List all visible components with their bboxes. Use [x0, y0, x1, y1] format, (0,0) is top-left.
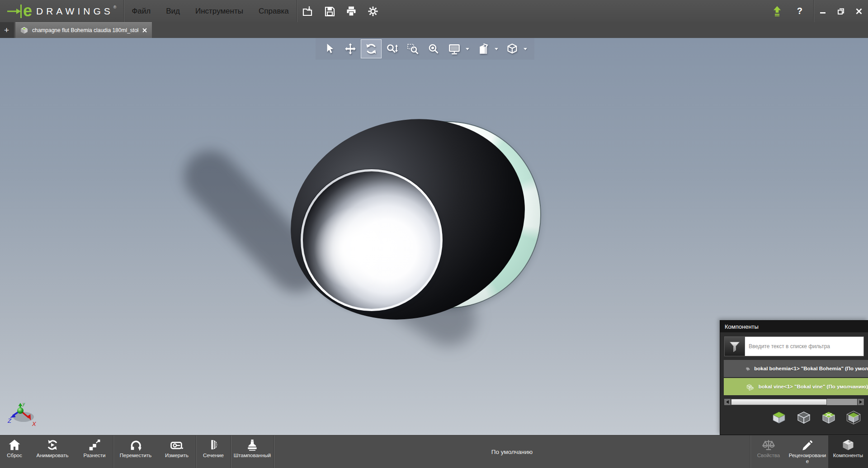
components-horizontal-scrollbar — [724, 398, 864, 406]
reset-button[interactable]: Сброс — [0, 435, 29, 468]
configuration-status: По умолчанию — [274, 435, 750, 468]
tool-zoom-to-area[interactable] — [402, 39, 423, 58]
tool-pan[interactable] — [340, 39, 361, 58]
component-label: bokal bohemia<1> "Bokal Bohemia" (По умо… — [754, 366, 868, 371]
zoom-in-out-icon — [386, 43, 398, 55]
use-default-display-button[interactable] — [846, 410, 861, 425]
measure-button[interactable]: Измерить — [158, 435, 196, 468]
view-palette-icon — [477, 43, 490, 55]
tool-select[interactable] — [319, 39, 340, 58]
animate-button[interactable]: Анимировать — [29, 435, 76, 468]
use-default-display-icon — [846, 410, 861, 425]
tool-view-palette[interactable] — [473, 39, 494, 58]
stamp-icon — [245, 439, 259, 451]
move-component-button[interactable]: Переместить — [113, 435, 158, 468]
orientation-dropdown-caret[interactable] — [524, 48, 527, 50]
model-bokal-bohemia-rim — [301, 169, 443, 311]
zoom-to-area-icon — [407, 43, 419, 55]
component-row-bokal-vine[interactable]: bokal vine<1> "Bokal vine" (По умолчанию… — [724, 378, 868, 395]
graphics-area[interactable]: Z X y Компоненты — [0, 38, 868, 435]
component-row-bokal-bohemia[interactable]: bokal bohemia<1> "Bokal Bohemia" (По умо… — [724, 360, 868, 377]
part-icon — [745, 382, 755, 392]
tool-full-screen[interactable] — [444, 39, 465, 58]
button-label: Штампованный — [233, 453, 272, 459]
components-button[interactable]: Компоненты — [828, 435, 868, 468]
stamp-button[interactable]: Штампованный — [231, 435, 274, 468]
show-component-button[interactable] — [771, 410, 787, 425]
pencil-icon — [801, 439, 814, 451]
scroll-right-arrow-icon — [859, 400, 862, 404]
menu-view[interactable]: Вид — [158, 0, 188, 22]
scrollbar-track[interactable] — [731, 398, 857, 406]
scroll-left-button[interactable] — [724, 398, 731, 406]
markup-button[interactable]: Рецензирование — [787, 435, 828, 468]
menu-tools[interactable]: Инструменты — [188, 0, 251, 22]
triad-z-label: Z — [7, 417, 12, 424]
gear-icon — [367, 5, 379, 17]
edrawings-window: { "titlebar": { "brand": { "e": "e", "na… — [0, 0, 868, 468]
print-icon — [345, 5, 357, 17]
button-label: Рецензирование — [787, 453, 828, 464]
full-screen-icon — [448, 43, 461, 55]
select-arrow-icon — [324, 43, 335, 55]
hide-component-button[interactable] — [796, 410, 811, 425]
scroll-right-button[interactable] — [857, 398, 864, 406]
publish-upgrade-button[interactable] — [768, 0, 786, 22]
filter-input[interactable] — [745, 336, 864, 356]
button-label: Измерить — [164, 453, 189, 459]
properties-button[interactable]: Свойства — [750, 435, 787, 468]
document-tab[interactable]: champagne flut Bohemia claudia 180ml_sto… — [15, 22, 152, 38]
button-label: Анимировать — [36, 453, 70, 459]
brand-name: DRAWINGS — [36, 6, 113, 17]
open-file-button[interactable] — [297, 0, 319, 22]
components-panel: Компоненты — [720, 320, 868, 435]
titlebar-right: ? — [768, 0, 868, 22]
button-label: Разнести — [82, 453, 106, 459]
save-button[interactable] — [319, 0, 340, 22]
zoom-to-fit-icon — [428, 43, 439, 55]
minimize-button[interactable] — [814, 0, 832, 22]
scrollbar-thumb[interactable] — [731, 399, 827, 405]
move-component-icon — [129, 439, 142, 451]
menu-help[interactable]: Справка — [251, 0, 297, 22]
edrawings-logo: e DRAWINGS ® — [0, 0, 123, 22]
measure-icon — [170, 439, 184, 451]
titlebar: e DRAWINGS ® Файл Вид Инструменты Справк… — [0, 0, 868, 22]
components-list: bokal bohemia<1> "Bokal Bohemia" (По умо… — [724, 360, 868, 396]
make-transparent-button[interactable] — [821, 410, 836, 425]
triad-x-label: X — [32, 421, 37, 427]
tool-zoom-to-fit[interactable] — [423, 39, 444, 58]
section-button[interactable]: Сечение — [196, 435, 231, 468]
menu-file[interactable]: Файл — [124, 0, 158, 22]
tool-view-orientation[interactable] — [502, 39, 523, 58]
edrawings-arrow-icon — [6, 4, 23, 19]
button-label: Свойства — [756, 453, 781, 459]
tab-title: champagne flut Bohemia claudia 180ml_sto… — [32, 27, 138, 33]
components-panel-title: Компоненты — [720, 321, 868, 332]
explode-icon — [88, 439, 101, 451]
tool-rotate[interactable] — [361, 39, 382, 58]
button-label: Компоненты — [832, 453, 864, 459]
help-button[interactable]: ? — [786, 6, 813, 16]
save-icon — [324, 5, 335, 17]
rotate-icon — [364, 43, 378, 55]
brand-registered-mark: ® — [113, 5, 117, 9]
components-filter-row — [724, 336, 864, 356]
tab-close-icon[interactable] — [142, 28, 147, 33]
reference-triad: Z X y — [6, 402, 44, 430]
options-button[interactable] — [362, 0, 384, 22]
explode-button[interactable]: Разнести — [76, 435, 113, 468]
filter-button[interactable] — [724, 336, 745, 356]
components-icon — [841, 439, 855, 451]
new-tab-button[interactable]: + — [0, 22, 14, 38]
full-screen-dropdown-caret[interactable] — [466, 48, 469, 50]
brand-e: e — [23, 4, 32, 18]
restore-button[interactable] — [832, 0, 850, 22]
print-button[interactable] — [340, 0, 362, 22]
close-button[interactable] — [850, 0, 868, 22]
button-label: Переместить — [119, 453, 152, 459]
view-palette-dropdown-caret[interactable] — [495, 48, 498, 50]
home-icon — [8, 439, 21, 451]
part-icon — [745, 364, 750, 373]
tool-zoom-in-out[interactable] — [382, 39, 402, 58]
